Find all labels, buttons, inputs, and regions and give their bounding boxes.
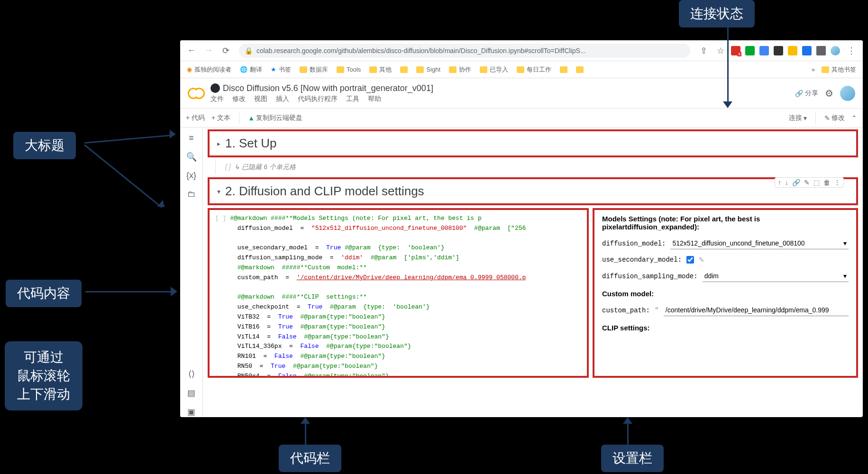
terminal-icon[interactable]: ▣ <box>187 407 195 417</box>
nav-reload-button[interactable]: ⟳ <box>219 44 232 57</box>
form-row-custom-path: custom_path: " <box>602 304 849 316</box>
hidden-cells-indicator[interactable]: [ ] ↳ 已隐藏 6 个单元格 <box>215 160 858 174</box>
bookmark-item[interactable]: 数据库 <box>300 65 328 74</box>
files-icon[interactable]: 🗀 <box>187 189 196 199</box>
cell-tool-icon[interactable]: ✎ <box>804 179 810 186</box>
edit-button[interactable]: ✎ 修改 <box>824 114 845 122</box>
ext-icon[interactable] <box>774 46 783 55</box>
custom-path-input[interactable] <box>664 304 849 316</box>
bookmark-item[interactable]: ★书签 <box>271 65 291 74</box>
form-row-diffusion-model: diffusion_model: 512x512_diffusion_uncon… <box>602 237 849 249</box>
annotation-conn-status: 连接状态 <box>679 0 755 27</box>
variables-icon[interactable]: {x} <box>186 171 196 181</box>
menu-help[interactable]: 帮助 <box>368 95 381 103</box>
bookmark-item[interactable]: 其他 <box>369 65 392 74</box>
sampling-mode-select[interactable]: ddim▾ <box>703 270 849 282</box>
arrow-line <box>84 144 162 208</box>
ext-icon[interactable] <box>802 46 812 55</box>
settings-gear-icon[interactable]: ⚙ <box>825 88 833 99</box>
github-icon <box>210 83 220 93</box>
menu-dots[interactable]: ⋮ <box>845 44 858 57</box>
cell-tool-icon[interactable]: 🗑 <box>823 179 830 186</box>
bookmark-item[interactable] <box>400 66 408 73</box>
star-icon[interactable]: ☆ <box>714 44 727 57</box>
add-text-button[interactable]: + 文本 <box>211 114 230 122</box>
ext-icon[interactable] <box>788 46 797 55</box>
menu-tools[interactable]: 工具 <box>346 95 359 103</box>
command-palette-icon[interactable]: ▤ <box>187 388 195 398</box>
document-title[interactable]: Disco Diffusion v5.6 [Now with portrait_… <box>210 83 789 93</box>
user-avatar[interactable] <box>840 86 855 101</box>
collapse-button[interactable]: ⌃ <box>851 114 857 122</box>
form-label: custom_path: <box>602 307 650 314</box>
bookmark-item[interactable]: 🌐翻译 <box>240 65 262 74</box>
arrow-head <box>157 200 167 210</box>
section-2-header[interactable]: ▾ 2. Diffusion and CLIP model settings <box>208 177 858 205</box>
colab-logo[interactable] <box>188 88 205 99</box>
cell-tool-icon[interactable]: 🔗 <box>792 179 800 186</box>
menu-view[interactable]: 视图 <box>254 95 267 103</box>
search-icon[interactable]: 🔍 <box>186 152 197 162</box>
cell-tool-icon[interactable]: ↓ <box>785 179 788 186</box>
menu-file[interactable]: 文件 <box>210 95 224 103</box>
nav-forward-button[interactable]: → <box>202 44 215 57</box>
arrow-line <box>727 23 729 102</box>
colab-header: Disco Diffusion v5.6 [Now with portrait_… <box>180 78 863 109</box>
share-button[interactable]: 🔗分享 <box>795 89 818 98</box>
bookmark-item[interactable]: ◉孤独的阅读者 <box>187 65 231 74</box>
bookmark-item[interactable] <box>560 66 567 73</box>
bookmark-item[interactable]: 已导入 <box>480 65 508 74</box>
ext-icon[interactable] <box>759 46 769 55</box>
scroll-note-l3: 上下滑动 <box>17 385 70 403</box>
menu-bar: 文件 修改 视图 插入 代码执行程序 工具 帮助 <box>210 95 789 103</box>
arrow-line <box>85 291 173 292</box>
form-title: Models Settings (note: For pixel art, th… <box>602 215 849 231</box>
arrow-head <box>301 417 310 424</box>
secondary-model-checkbox[interactable] <box>686 256 694 264</box>
ext-icon[interactable] <box>745 46 755 55</box>
annotation-big-title: 大标题 <box>13 132 76 159</box>
annotation-settings-column: 设置栏 <box>601 445 664 472</box>
connect-button[interactable]: 连接 ▾ <box>789 114 807 122</box>
bookmark-item[interactable] <box>576 66 584 73</box>
caret-icon[interactable]: ▾ <box>217 188 220 195</box>
nav-back-button[interactable]: ← <box>185 44 198 57</box>
menu-runtime[interactable]: 代码执行程序 <box>298 95 338 103</box>
cell-tool-icon[interactable]: ⬚ <box>813 179 820 186</box>
diffusion-model-select[interactable]: 512x512_diffusion_uncond_finetune_008100… <box>670 237 849 249</box>
copy-to-drive-button[interactable]: ▲复制到云端硬盘 <box>248 114 302 122</box>
add-code-button[interactable]: + 代码 <box>186 114 205 122</box>
form-label: diffusion_model: <box>602 240 666 247</box>
ext-icon[interactable]: 4 <box>731 46 740 55</box>
menu-insert[interactable]: 插入 <box>276 95 289 103</box>
bookmark-item[interactable]: Sight <box>416 66 440 73</box>
profile-icon[interactable] <box>831 46 840 55</box>
ext-menu-icon[interactable] <box>816 46 826 55</box>
cell-tool-icon[interactable]: ⋮ <box>834 179 841 186</box>
bookmark-more[interactable]: » <box>812 66 815 73</box>
bookmark-other[interactable]: 其他书签 <box>822 65 856 74</box>
bookmark-item[interactable]: Tools <box>337 66 361 73</box>
code-snippets-icon[interactable]: ⟨⟩ <box>188 369 195 379</box>
toc-icon[interactable]: ≡ <box>189 133 194 143</box>
notebook-content[interactable]: ▸ 1. Set Up [ ] ↳ 已隐藏 6 个单元格 ↑ ↓ 🔗 ✎ ⬚ 🗑… <box>203 128 863 417</box>
edit-icon[interactable]: ✎ <box>699 256 704 264</box>
bookmark-item[interactable]: 每日工作 <box>517 65 551 74</box>
address-bar[interactable]: 🔒 colab.research.google.com/github/alemb… <box>239 44 690 58</box>
arrow-head <box>170 130 176 138</box>
scroll-note-l1: 可通过 <box>17 348 70 366</box>
code-pane[interactable]: [ ] #@markdown ####**Models Settings (no… <box>208 208 589 378</box>
form-pane[interactable]: Models Settings (note: For pixel art, th… <box>593 208 858 378</box>
cell-tool-icon[interactable]: ↑ <box>778 179 781 186</box>
share-icon[interactable]: ⇪ <box>697 44 710 57</box>
annotation-code-column: 代码栏 <box>279 445 341 472</box>
url-text: colab.research.google.com/github/alembic… <box>256 47 586 55</box>
section-1-header[interactable]: ▸ 1. Set Up <box>208 129 858 157</box>
caret-icon[interactable]: ▸ <box>217 140 220 147</box>
menu-edit[interactable]: 修改 <box>232 95 246 103</box>
section-1-title: 1. Set Up <box>225 136 276 151</box>
colab-toolbar: + 代码 + 文本 ▲复制到云端硬盘 连接 ▾ ✎ 修改 ⌃ <box>180 109 863 128</box>
browser-chrome-bar: ← → ⟳ 🔒 colab.research.google.com/github… <box>180 40 863 61</box>
bookmark-bar: ◉孤独的阅读者 🌐翻译 ★书签 数据库 Tools 其他 Sight 协作 已导… <box>180 61 863 78</box>
bookmark-item[interactable]: 协作 <box>449 65 471 74</box>
